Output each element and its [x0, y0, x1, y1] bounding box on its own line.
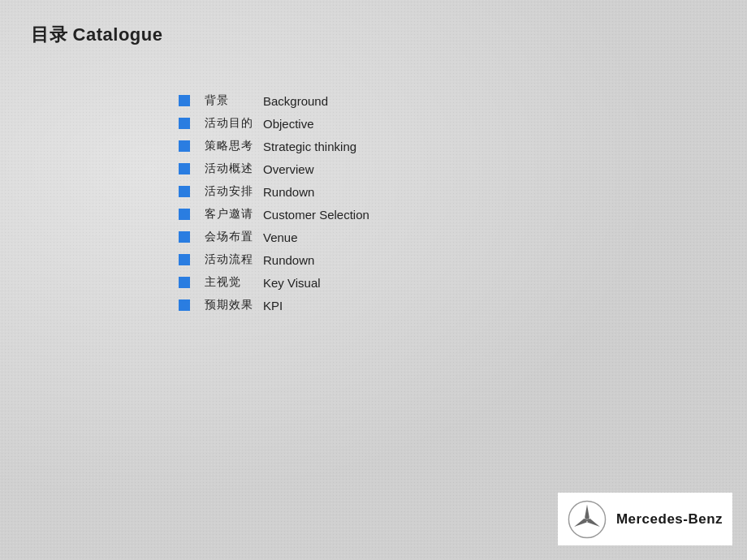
- bullet-icon: [179, 231, 190, 243]
- english-label: Objective: [263, 117, 409, 131]
- bullet-icon: [179, 95, 190, 106]
- bullet-icon: [179, 163, 190, 174]
- bullet-icon: [179, 277, 190, 288]
- english-label: KPI: [263, 299, 409, 312]
- catalogue-list: 背景Background活动目的Objective策略思考Strategic t…: [179, 93, 409, 321]
- brand-name-label: Mercedes-Benz: [616, 511, 723, 528]
- list-item: 会场布置Venue: [179, 230, 409, 244]
- chinese-label: 客户邀请: [205, 207, 263, 222]
- mercedes-benz-logo: Mercedes-Benz: [558, 493, 732, 545]
- list-item: 活动安排Rundown: [179, 184, 409, 199]
- chinese-label: 策略思考: [205, 139, 263, 153]
- english-label: Rundown: [263, 253, 409, 267]
- bullet-icon: [179, 209, 190, 220]
- chinese-label: 活动概述: [205, 162, 263, 176]
- list-item: 活动概述Overview: [179, 162, 409, 176]
- list-item: 背景Background: [179, 93, 409, 108]
- list-item: 活动流程Rundown: [179, 252, 409, 267]
- chinese-label: 会场布置: [205, 230, 263, 244]
- english-label: Customer Selection: [263, 208, 409, 222]
- chinese-label: 背景: [205, 93, 263, 108]
- chinese-label: 主视觉: [205, 275, 263, 290]
- english-label: Key Visual: [263, 276, 409, 290]
- chinese-label: 活动目的: [205, 116, 263, 131]
- page-title: 目录 Catalogue: [31, 23, 162, 47]
- english-label: Background: [263, 94, 409, 108]
- bullet-icon: [179, 299, 190, 311]
- bullet-icon: [179, 118, 190, 129]
- chinese-label: 活动流程: [205, 252, 263, 267]
- list-item: 主视觉Key Visual: [179, 275, 409, 290]
- list-item: 客户邀请Customer Selection: [179, 207, 409, 222]
- chinese-label: 预期效果: [205, 298, 263, 312]
- english-label: Rundown: [263, 185, 409, 199]
- list-item: 策略思考Strategic thinking: [179, 139, 409, 153]
- bullet-icon: [179, 186, 190, 197]
- bullet-icon: [179, 140, 190, 152]
- chinese-label: 活动安排: [205, 184, 263, 199]
- list-item: 预期效果KPI: [179, 298, 409, 312]
- mercedes-star-icon: [568, 500, 607, 539]
- list-item: 活动目的Objective: [179, 116, 409, 131]
- english-label: Strategic thinking: [263, 140, 409, 153]
- english-label: Overview: [263, 162, 409, 176]
- bullet-icon: [179, 254, 190, 265]
- english-label: Venue: [263, 230, 409, 244]
